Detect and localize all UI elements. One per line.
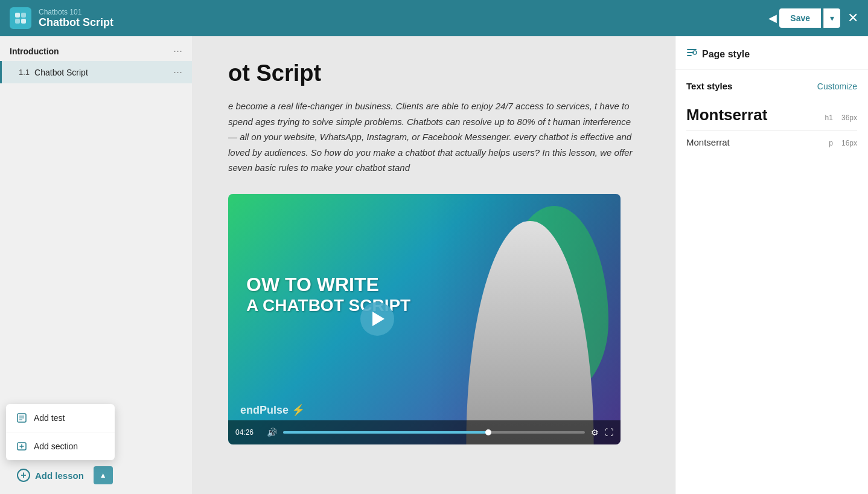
test-icon — [16, 412, 28, 424]
sidebar-item-dots[interactable]: ··· — [173, 66, 182, 79]
font-size-h1: 36px — [841, 114, 857, 122]
page-body-text: e become a real life-changer in business… — [228, 98, 639, 176]
font-meta-p: p 16px — [829, 139, 857, 147]
svg-rect-2 — [15, 19, 20, 24]
sidebar-section-dots[interactable]: ··· — [173, 45, 182, 57]
video-progress-fill — [283, 431, 488, 434]
panel-title: Page style — [702, 49, 750, 60]
font-name-p: Montserrat — [686, 137, 730, 147]
video-title-line1: OW TO WRITE — [246, 272, 410, 295]
close-button[interactable]: ✕ — [847, 10, 858, 26]
volume-icon[interactable]: 🔊 — [267, 428, 277, 437]
right-panel: Page style Text styles Customize Montser… — [675, 36, 868, 494]
header-titles: Chatbots 101 Chatbot Script — [39, 8, 113, 29]
add-test-item[interactable]: Add test — [6, 404, 115, 432]
add-lesson-circle-icon: + — [17, 469, 30, 482]
page-style-icon — [686, 47, 697, 61]
content-inner: ot Script e become a real life-changer i… — [228, 60, 639, 444]
video-player[interactable]: OW TO WRITE A CHATBOT SCRIPT endPulse ⚡ … — [228, 194, 621, 444]
font-meta-h1: h1 36px — [825, 114, 857, 122]
app-name: Chatbots 101 — [39, 8, 113, 16]
logo-icon — [10, 7, 31, 29]
collapse-button[interactable]: ◀ — [768, 11, 777, 25]
panel-header: Page style — [675, 36, 868, 70]
layout: Introduction ··· 1.1 Chatbot Script ··· — [0, 36, 868, 494]
add-options-popup: Add test Add section — [6, 404, 115, 460]
sidebar-item-label: Chatbot Script — [34, 68, 88, 77]
video-progress-bar[interactable] — [283, 431, 585, 434]
main-content: ot Script e become a real life-changer i… — [192, 36, 675, 494]
video-person — [427, 194, 621, 444]
sidebar-item-left: 1.1 Chatbot Script — [19, 68, 88, 77]
sidebar-item-chatbot-script[interactable]: 1.1 Chatbot Script ··· — [0, 61, 192, 83]
header-left: Chatbots 101 Chatbot Script — [10, 7, 113, 29]
page-title: Chatbot Script — [39, 16, 113, 29]
video-settings-icon[interactable]: ⚙ — [591, 428, 599, 437]
add-section-label: Add section — [34, 441, 78, 451]
save-dropdown-button[interactable]: ▾ — [823, 8, 840, 28]
text-styles-header: Text styles Customize — [686, 81, 857, 91]
add-section-item[interactable]: Add section — [6, 432, 115, 460]
person-shape — [464, 221, 596, 444]
video-progress-thumb — [485, 429, 491, 435]
svg-rect-0 — [15, 13, 20, 18]
section-icon — [16, 440, 28, 452]
font-name-h1: Montserrat — [686, 106, 767, 124]
add-lesson-label: Add lesson — [35, 470, 84, 481]
font-row-p: Montserrat p 16px — [686, 131, 857, 153]
svg-rect-1 — [21, 13, 26, 18]
header: Chatbots 101 Chatbot Script ◀ Save ▾ ✕ — [0, 0, 868, 36]
page-heading: ot Script — [228, 60, 639, 86]
save-button[interactable]: Save — [779, 8, 821, 28]
font-size-p: 16px — [841, 139, 857, 147]
add-lesson-button[interactable]: + Add lesson — [10, 464, 91, 487]
svg-rect-3 — [21, 19, 26, 24]
text-styles-label: Text styles — [686, 81, 732, 91]
sidebar-section-label: Introduction — [10, 47, 59, 56]
video-play-button[interactable] — [360, 302, 394, 336]
sidebar-section: Introduction ··· — [0, 36, 192, 61]
add-lesson-area: Add test Add section + Add lesson — [0, 457, 192, 494]
video-controls-bar: 04:26 🔊 ⚙ ⛶ — [228, 420, 621, 444]
panel-body: Text styles Customize Montserrat h1 36px… — [675, 70, 868, 164]
add-lesson-chevron-button[interactable]: ▲ — [94, 466, 113, 484]
font-tag-h1: h1 — [825, 114, 833, 122]
video-fullscreen-icon[interactable]: ⛶ — [605, 428, 613, 437]
font-row-h1: Montserrat h1 36px — [686, 100, 857, 131]
customize-link[interactable]: Customize — [817, 82, 857, 91]
sidebar-item-num: 1.1 — [19, 68, 30, 77]
video-brand: endPulse ⚡ — [240, 403, 305, 417]
font-tag-p: p — [829, 139, 833, 147]
add-test-label: Add test — [34, 413, 65, 423]
sidebar: Introduction ··· 1.1 Chatbot Script ··· — [0, 36, 192, 494]
video-time: 04:26 — [235, 428, 261, 437]
